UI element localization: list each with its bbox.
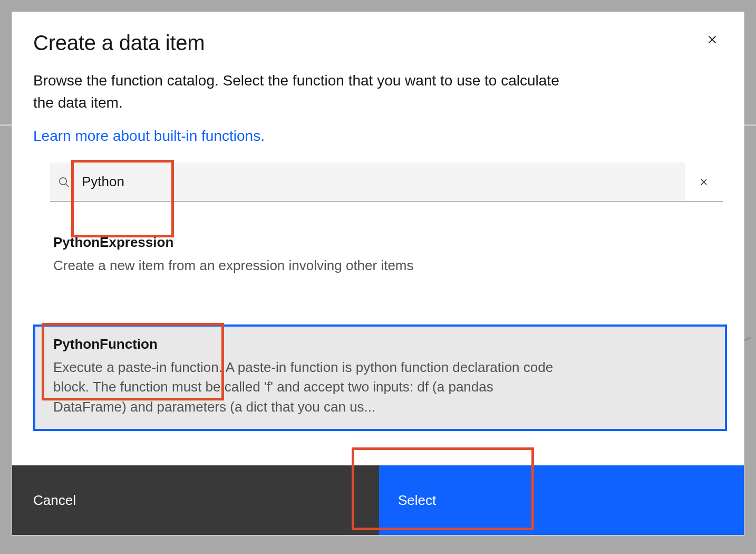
close-icon [705,32,720,47]
select-button[interactable]: Select [379,465,744,535]
search-input[interactable] [77,163,685,201]
svg-line-2 [66,184,69,186]
close-icon [698,176,710,188]
search-container [50,163,723,202]
modal-title: Create a data item [33,31,723,55]
cancel-label: Cancel [33,492,76,509]
modal-subtitle: Browse the function catalog. Select the … [33,70,576,114]
svg-point-1 [60,177,67,185]
result-title: PythonExpression [53,234,707,251]
modal-footer: Cancel Select [12,465,744,535]
cancel-button[interactable]: Cancel [12,465,379,535]
search-clear-button[interactable] [685,163,723,201]
result-item-python-expression[interactable]: PythonExpression Create a new item from … [33,223,727,290]
close-button[interactable] [700,27,725,52]
search-icon [50,163,77,201]
learn-more-link[interactable]: Learn more about built-in functions. [33,128,265,145]
results-list: PythonExpression Create a new item from … [33,223,727,465]
create-data-item-modal: Create a data item Browse the function c… [12,12,744,536]
modal-header: Create a data item Browse the function c… [12,12,744,145]
result-desc: Create a new item from an expression inv… [53,256,559,276]
result-title: PythonFunction [53,336,707,352]
result-item-python-function[interactable]: PythonFunction Execute a paste-in functi… [33,324,727,431]
select-label: Select [398,492,436,509]
result-desc: Execute a paste-in function. A paste-in … [53,358,559,417]
